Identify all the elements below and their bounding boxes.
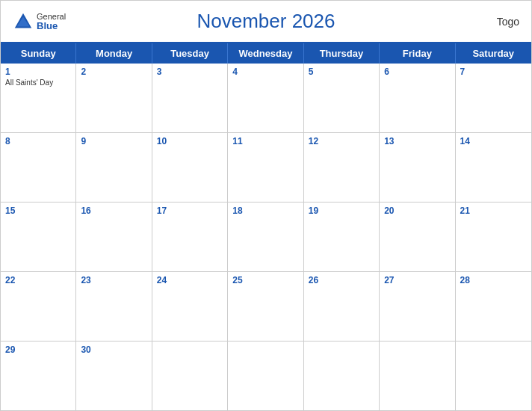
day-cell-4-6 <box>456 342 531 410</box>
day-number: 20 <box>384 206 450 216</box>
event-text: All Saints' Day <box>5 78 71 87</box>
day-cell-2-6: 21 <box>456 203 531 271</box>
day-cell-2-1: 16 <box>76 203 152 271</box>
day-cell-0-5: 6 <box>380 64 455 132</box>
day-number: 1 <box>5 67 71 77</box>
days-header: Sunday Monday Tuesday Wednesday Thursday… <box>1 43 531 64</box>
day-cell-0-0: 1All Saints' Day <box>1 64 76 132</box>
day-cell-4-3 <box>228 342 303 410</box>
day-number: 8 <box>5 136 71 146</box>
day-cell-1-5: 13 <box>380 133 455 202</box>
country-label: Togo <box>497 16 519 28</box>
day-cell-3-3: 25 <box>228 272 303 341</box>
day-header-wednesday: Wednesday <box>228 43 303 64</box>
day-number: 18 <box>232 206 298 216</box>
day-cell-2-0: 15 <box>1 203 76 271</box>
logo-icon <box>13 11 34 32</box>
day-number: 15 <box>5 206 71 216</box>
month-title: November 2026 <box>197 10 335 33</box>
day-cell-0-4: 5 <box>304 64 380 132</box>
day-number: 7 <box>460 67 527 77</box>
day-cell-3-4: 26 <box>304 272 380 341</box>
week-row-1: 1All Saints' Day234567 <box>1 64 531 133</box>
day-cell-3-1: 23 <box>76 272 152 341</box>
day-number: 29 <box>5 344 71 355</box>
day-number: 11 <box>232 136 298 146</box>
day-number: 9 <box>81 136 146 146</box>
day-cell-2-5: 20 <box>380 203 455 271</box>
day-number: 3 <box>157 67 223 77</box>
day-cell-4-5 <box>380 342 455 410</box>
day-cell-4-0: 29 <box>1 342 76 410</box>
day-number: 16 <box>81 206 146 216</box>
day-cell-1-0: 8 <box>1 133 76 202</box>
day-number: 24 <box>157 275 223 285</box>
logo-text: General Blue <box>37 13 66 31</box>
weeks-container: 1All Saints' Day234567891011121314151617… <box>1 64 531 410</box>
day-number: 17 <box>157 206 223 216</box>
day-number: 30 <box>81 344 146 355</box>
day-number: 4 <box>232 67 298 77</box>
day-cell-3-5: 27 <box>380 272 455 341</box>
day-cell-1-4: 12 <box>304 133 380 202</box>
day-cell-2-2: 17 <box>152 203 228 271</box>
day-header-saturday: Saturday <box>456 43 531 64</box>
day-cell-4-2 <box>152 342 228 410</box>
day-header-thursday: Thursday <box>304 43 380 64</box>
day-header-friday: Friday <box>380 43 455 64</box>
day-cell-1-6: 14 <box>456 133 531 202</box>
day-number: 22 <box>5 275 71 285</box>
day-number: 28 <box>460 275 527 285</box>
day-cell-4-1: 30 <box>76 342 152 410</box>
week-row-5: 2930 <box>1 342 531 410</box>
day-header-monday: Monday <box>76 43 152 64</box>
day-number: 14 <box>460 136 527 146</box>
day-cell-0-3: 4 <box>228 64 303 132</box>
day-cell-3-2: 24 <box>152 272 228 341</box>
week-row-2: 891011121314 <box>1 133 531 203</box>
day-number: 2 <box>81 67 146 77</box>
day-number: 6 <box>384 67 450 77</box>
calendar-grid: Sunday Monday Tuesday Wednesday Thursday… <box>1 42 531 410</box>
day-cell-0-1: 2 <box>76 64 152 132</box>
day-number: 26 <box>309 275 374 285</box>
day-cell-1-2: 10 <box>152 133 228 202</box>
day-number: 12 <box>309 136 374 146</box>
day-cell-1-1: 9 <box>76 133 152 202</box>
day-number: 21 <box>460 206 527 216</box>
day-cell-0-6: 7 <box>456 64 531 132</box>
day-number: 25 <box>232 275 298 285</box>
day-cell-4-4 <box>304 342 380 410</box>
day-cell-2-3: 18 <box>228 203 303 271</box>
day-cell-3-6: 28 <box>456 272 531 341</box>
day-cell-3-0: 22 <box>1 272 76 341</box>
logo-blue-text: Blue <box>37 21 66 31</box>
day-number: 19 <box>309 206 374 216</box>
calendar-header: General Blue November 2026 Togo <box>1 1 531 42</box>
day-number: 13 <box>384 136 450 146</box>
day-number: 27 <box>384 275 450 285</box>
calendar-container: General Blue November 2026 Togo Sunday M… <box>0 0 532 411</box>
day-header-tuesday: Tuesday <box>152 43 228 64</box>
logo: General Blue <box>13 11 66 32</box>
day-cell-2-4: 19 <box>304 203 380 271</box>
week-row-4: 22232425262728 <box>1 272 531 342</box>
day-number: 10 <box>157 136 223 146</box>
day-cell-1-3: 11 <box>228 133 303 202</box>
day-number: 5 <box>309 67 374 77</box>
day-header-sunday: Sunday <box>1 43 76 64</box>
week-row-3: 15161718192021 <box>1 203 531 272</box>
day-number: 23 <box>81 275 146 285</box>
day-cell-0-2: 3 <box>152 64 228 132</box>
